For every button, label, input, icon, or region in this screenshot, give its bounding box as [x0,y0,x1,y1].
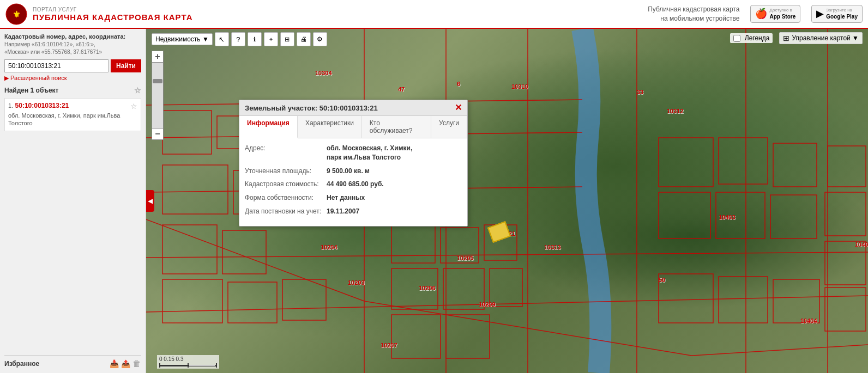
info-popup: Земельный участок: 50:10:0010313:21 ✕ Ин… [239,100,468,227]
search-button[interactable]: Найти [111,59,141,72]
search-hint: Например «61:6:10104:12», «61:6:», «Моск… [4,41,141,56]
sidebar: Кадастровый номер, адрес, координата: На… [0,29,146,373]
popup-header: Земельный участок: 50:10:0010313:21 ✕ [239,100,467,116]
layer-dropdown[interactable]: Недвижимость ▼ [152,33,213,45]
tab-information[interactable]: Информация [239,116,298,138]
layers-tool-button[interactable]: ⊞ [280,32,294,46]
settings-tool-button[interactable]: ⚙ [313,32,327,46]
info-row: Кадастровая стоимость:44 490 685.00 руб. [245,180,462,189]
info-value: 9 500.00 кв. м [327,167,370,176]
popup-title: Земельный участок: 50:10:0010313:21 [245,104,378,112]
grid-icon: ⊞ [783,34,789,42]
search-input[interactable] [4,59,108,72]
info-value: 44 490 685.00 руб. [327,180,384,189]
info-label: Форма собственности: [245,193,327,203]
popup-content: Адрес:обл. Московская, г. Химки,парк им.… [239,138,467,226]
header-title-block: Портал услуг Публичная кадастровая карта [33,7,192,22]
favorites-label: Избранное [4,360,39,368]
result-item: 1. 50:10:0010313:21 ☆ обл. Московская, г… [4,98,141,131]
favorites-bar: Избранное 📥 📤 🗑 [4,355,141,369]
appstore-badge[interactable]: 🍎 Доступно в App Store [750,5,800,23]
android-icon: ▶ [816,8,824,20]
zoom-out-button[interactable]: − [152,128,164,140]
info-label: Дата постановки на учет: [245,207,327,216]
advanced-search-link[interactable]: ▶ Расширенный поиск [4,75,141,82]
info-icon: ℹ [254,36,256,43]
info-label: Кадастровая стоимость: [245,180,327,189]
search-label: Кадастровый номер, адрес, координата: [4,33,141,40]
apple-icon: 🍎 [755,8,767,20]
favorites-export-icon[interactable]: 📤 [121,359,130,368]
print-icon: 🖨 [300,35,307,43]
layers-icon: ⊞ [285,36,290,43]
info-row: Уточненная площадь:9 500.00 кв. м [245,167,462,176]
scale-bar: 0 0.15 0.3 [157,355,219,369]
zoom-slider[interactable] [152,63,164,128]
header-right: Публичная кадастровая карта на мобильном… [648,5,863,23]
svg-text:⚜: ⚜ [13,10,20,19]
main-layout: Кадастровый номер, адрес, координата: На… [0,29,868,373]
manage-map-button[interactable]: ⊞ Управление картой ▼ [779,32,863,44]
sidebar-collapse-button[interactable]: ◀ [146,190,154,212]
popup-tabs: Информация Характеристики Кто обслуживае… [239,116,467,138]
result-address: обл. Московская, г. Химки, парк им.Льва … [8,112,137,127]
info-label: Адрес: [245,144,327,162]
header-title: Публичная кадастровая карта [33,13,192,22]
tab-services[interactable]: Услуги [431,116,467,138]
ruler-tool-button[interactable]: ⌖ [264,32,278,46]
googleplay-badge[interactable]: ▶ Загрузите на Google Play [811,5,863,23]
info-label: Уточненная площадь: [245,167,327,176]
favorites-icons: 📥 📤 🗑 [110,359,141,369]
cursor-icon: ↖ [219,35,225,44]
info-row: Форма собственности:Нет данных [245,193,462,203]
map-area[interactable]: 1030410310103121020210203102041020310205… [146,29,868,373]
mobile-availability-text: Публичная кадастровая карта на мобильном… [648,5,739,23]
info-value: 19.11.2007 [327,207,359,216]
info-tool-button[interactable]: ℹ [248,32,262,46]
portal-logo: ⚜ [5,3,27,25]
result-number: 1. [8,102,13,109]
results-header: Найден 1 объект ☆ [4,86,141,95]
favorites-add-icon[interactable]: 📥 [110,359,119,368]
question-tool-button[interactable]: ? [231,32,245,46]
zoom-controls: + − [152,51,164,140]
zoom-handle[interactable] [153,79,162,83]
print-tool-button[interactable]: 🖨 [297,32,311,46]
popup-close-button[interactable]: ✕ [455,103,462,112]
info-value: обл. Московская, г. Химки,парк им.Льва Т… [327,144,412,162]
cursor-tool-button[interactable]: ↖ [215,32,229,46]
result-star-icon[interactable]: ☆ [130,102,137,111]
appstore-text: Доступно в App Store [769,8,795,20]
result-link[interactable]: 50:10:0010313:21 [15,102,69,109]
zoom-in-button[interactable]: + [152,51,164,63]
legend-checkbox[interactable] [733,35,740,42]
favorites-trash-icon[interactable]: 🗑 [132,359,141,369]
map-top-right: Легенда ⊞ Управление картой ▼ [730,32,863,44]
map-toolbar: Недвижимость ▼ ↖ ? ℹ ⌖ ⊞ 🖨 ⚙ [152,32,327,46]
layer-dropdown-label: Недвижимость ▼ [155,35,209,43]
tab-characteristics[interactable]: Характеристики [298,116,362,138]
ruler-icon: ⌖ [269,36,273,43]
header-subtitle: Портал услуг [33,7,192,13]
info-value: Нет данных [327,193,365,203]
search-row: Найти [4,59,141,72]
googleplay-text: Загрузите на Google Play [826,8,858,20]
results-star-icon[interactable]: ☆ [134,86,141,95]
header-left: ⚜ Портал услуг Публичная кадастровая кар… [5,3,192,25]
info-row: Адрес:обл. Московская, г. Химки,парк им.… [245,144,462,162]
legend-button[interactable]: Легенда [730,33,773,43]
app-header: ⚜ Портал услуг Публичная кадастровая кар… [0,0,868,29]
tab-who-serves[interactable]: Кто обслуживает? [362,116,431,138]
question-icon: ? [236,35,240,44]
settings-icon: ⚙ [317,35,323,43]
info-row: Дата постановки на учет:19.11.2007 [245,207,462,216]
